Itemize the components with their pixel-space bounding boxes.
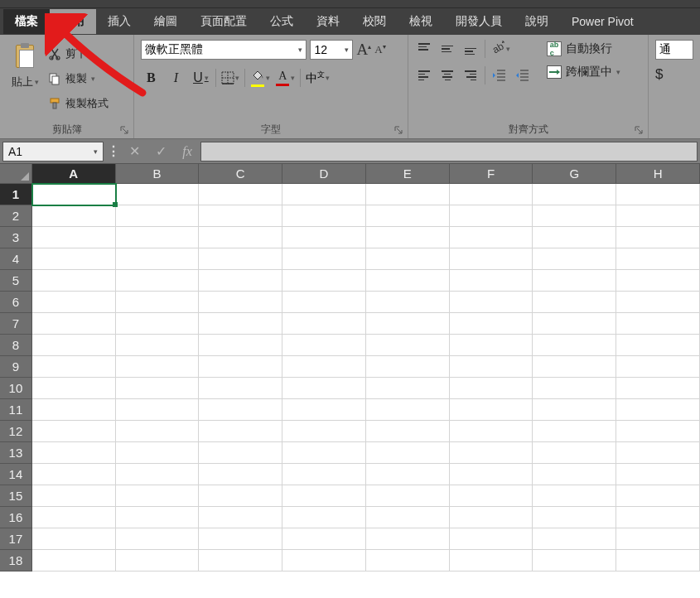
column-header[interactable]: C: [199, 164, 282, 184]
cell[interactable]: [533, 335, 616, 356]
row-header[interactable]: 6: [0, 292, 32, 313]
cell[interactable]: [616, 313, 700, 335]
cell[interactable]: [282, 464, 366, 485]
paste-button[interactable]: 貼上 ▾: [7, 40, 43, 89]
cell[interactable]: [450, 335, 533, 356]
cell[interactable]: [282, 270, 366, 292]
cell[interactable]: [116, 507, 200, 528]
cell[interactable]: [116, 378, 200, 399]
cell[interactable]: [616, 292, 700, 313]
tab-developer[interactable]: 開發人員: [444, 9, 514, 34]
cell[interactable]: [533, 507, 616, 528]
cell[interactable]: [366, 442, 450, 464]
fill-color-button[interactable]: ▾: [250, 69, 270, 87]
row-header[interactable]: 11: [0, 399, 32, 421]
tab-help[interactable]: 說明: [514, 9, 560, 34]
cell[interactable]: [366, 356, 450, 378]
cell[interactable]: [616, 378, 700, 399]
cell[interactable]: [533, 528, 616, 550]
cell[interactable]: [533, 248, 616, 270]
cell[interactable]: [199, 378, 282, 399]
align-top-button[interactable]: [415, 41, 433, 57]
cut-button[interactable]: 剪下: [48, 43, 109, 65]
cell[interactable]: [616, 248, 700, 270]
cell[interactable]: [116, 464, 200, 485]
cell[interactable]: [450, 227, 533, 248]
accounting-format-button[interactable]: $: [655, 66, 663, 83]
cell[interactable]: [616, 356, 700, 378]
cell[interactable]: [32, 399, 116, 421]
cell[interactable]: [616, 528, 700, 550]
cell[interactable]: [450, 528, 533, 550]
row-header[interactable]: 15: [0, 485, 32, 507]
cell[interactable]: [199, 464, 282, 485]
cell[interactable]: [366, 205, 450, 227]
row-header[interactable]: 3: [0, 227, 32, 248]
tab-review[interactable]: 校閱: [351, 9, 398, 34]
cell[interactable]: [450, 399, 533, 421]
row-header[interactable]: 5: [0, 270, 32, 292]
cell[interactable]: [32, 184, 116, 205]
wrap-text-button[interactable]: abc 自動換行: [543, 40, 624, 58]
cell[interactable]: [366, 550, 450, 571]
increase-indent-button[interactable]: [514, 67, 532, 84]
cell[interactable]: [533, 270, 616, 292]
cell[interactable]: [616, 335, 700, 356]
name-box[interactable]: A1 ▾: [2, 142, 104, 162]
cell[interactable]: [533, 442, 616, 464]
orientation-button[interactable]: ab ▾: [490, 40, 510, 58]
font-color-button[interactable]: A ▾: [275, 70, 295, 86]
tab-home[interactable]: 常用: [50, 9, 96, 34]
tab-draw[interactable]: 繪圖: [142, 9, 189, 34]
align-left-button[interactable]: [415, 67, 433, 84]
cell[interactable]: [116, 528, 200, 550]
cell[interactable]: [533, 485, 616, 507]
increase-font-size-button[interactable]: A▴: [356, 41, 371, 59]
cell[interactable]: [282, 485, 366, 507]
cell[interactable]: [282, 356, 366, 378]
cell[interactable]: [116, 442, 200, 464]
tab-powerpivot[interactable]: Power Pivot: [560, 10, 645, 33]
decrease-font-size-button[interactable]: A▾: [374, 43, 385, 56]
cell[interactable]: [282, 421, 366, 442]
cell[interactable]: [533, 399, 616, 421]
cell[interactable]: [32, 378, 116, 399]
row-header[interactable]: 10: [0, 378, 32, 399]
cell[interactable]: [282, 205, 366, 227]
copy-button[interactable]: 複製 ▾: [48, 68, 109, 89]
cancel-formula-button[interactable]: ✕: [121, 142, 147, 162]
font-size-combo[interactable]: 12 ▾: [310, 40, 353, 60]
row-header[interactable]: 9: [0, 356, 32, 378]
cell[interactable]: [282, 335, 366, 356]
cell[interactable]: [116, 356, 200, 378]
dialog-launcher-icon[interactable]: [633, 124, 644, 136]
row-header[interactable]: 17: [0, 528, 32, 550]
cell[interactable]: [32, 550, 116, 571]
cell[interactable]: [32, 528, 116, 550]
cell[interactable]: [533, 227, 616, 248]
phonetic-guide-button[interactable]: 中文 ▾: [306, 70, 330, 86]
cell[interactable]: [282, 378, 366, 399]
cell[interactable]: [199, 292, 282, 313]
cell[interactable]: [616, 464, 700, 485]
row-header[interactable]: 2: [0, 205, 32, 227]
row-header[interactable]: 1: [0, 184, 32, 205]
column-header[interactable]: H: [616, 164, 700, 184]
cell[interactable]: [533, 550, 616, 571]
cell[interactable]: [32, 464, 116, 485]
cell[interactable]: [282, 292, 366, 313]
formula-input[interactable]: [200, 142, 698, 162]
cell[interactable]: [366, 335, 450, 356]
column-header[interactable]: G: [533, 164, 616, 184]
cell[interactable]: [366, 485, 450, 507]
cell[interactable]: [282, 313, 366, 335]
select-all-corner[interactable]: [0, 164, 32, 184]
format-painter-button[interactable]: 複製格式: [48, 93, 109, 114]
insert-function-button[interactable]: fx: [174, 142, 200, 162]
cell[interactable]: [450, 464, 533, 485]
cell[interactable]: [116, 550, 200, 571]
tab-page-layout[interactable]: 頁面配置: [189, 9, 258, 34]
cell[interactable]: [616, 205, 700, 227]
dialog-launcher-icon[interactable]: [393, 124, 404, 136]
cell[interactable]: [116, 292, 200, 313]
